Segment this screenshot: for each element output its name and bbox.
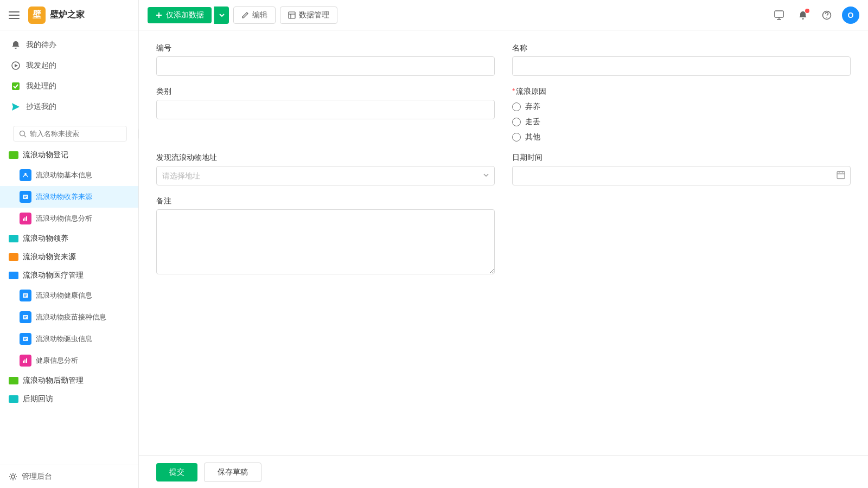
data-management-button[interactable]: 数据管理 — [280, 7, 337, 24]
help-button[interactable] — [818, 7, 835, 24]
section-stray-registration-header[interactable]: 流浪动物登记 — [0, 146, 138, 164]
health-analysis-icon — [20, 355, 31, 367]
chevron-down-icon — [219, 12, 225, 18]
form-group-notes: 备注 — [156, 196, 495, 274]
input-number[interactable] — [156, 56, 495, 76]
sidebar: 壁 壁炉之家 我的待办 我发起的 我处理的 抄送我的 — [0, 0, 139, 488]
section-stray-medical-label: 流浪动物医疗管理 — [23, 271, 84, 280]
search-bar — [13, 126, 127, 142]
monitor-icon-button[interactable] — [770, 7, 788, 24]
search-input[interactable] — [30, 130, 121, 138]
form-row-1: 编号 名称 — [156, 43, 851, 76]
svg-rect-16 — [23, 315, 28, 319]
sidebar-item-health-info[interactable]: 流浪动物健康信息 — [0, 285, 138, 306]
form-group-number: 编号 — [156, 43, 495, 76]
basic-info-icon — [20, 169, 31, 181]
label-category: 类别 — [156, 87, 495, 97]
add-data-button[interactable]: 仅添加数据 — [148, 7, 212, 23]
svg-rect-36 — [837, 172, 845, 179]
menu-toggle[interactable] — [9, 10, 20, 21]
radio-item-abandoned[interactable]: 弃养 — [512, 102, 851, 112]
sidebar-item-basic-info[interactable]: 流浪动物基本信息 — [0, 164, 138, 186]
nav-my-handled[interactable]: 我处理的 — [0, 76, 138, 97]
section-stray-follow-label: 流浪动物后勤管理 — [23, 376, 84, 386]
gear-icon — [9, 472, 17, 481]
section-stray-adoption-header[interactable]: 流浪动物领养 — [0, 229, 138, 248]
label-address: 发现流浪动物地址 — [156, 153, 495, 163]
notification-button[interactable] — [794, 7, 812, 24]
section-stray-registration: 流浪动物登记 流浪动物基本信息 流浪动物收养来源 流浪动物信息分析 — [0, 146, 138, 229]
vaccine-info-icon — [20, 311, 31, 323]
sidebar-item-health-analysis[interactable]: 健康信息分析 — [0, 350, 138, 371]
admin-label: 管理后台 — [22, 472, 52, 481]
svg-rect-11 — [24, 217, 25, 221]
form-group-name: 名称 — [512, 43, 851, 76]
nav-my-handled-label: 我处理的 — [26, 81, 56, 91]
table-icon — [288, 11, 296, 19]
svg-marker-1 — [15, 64, 18, 67]
select-address[interactable]: 请选择地址 — [156, 166, 495, 185]
analysis-icon — [20, 213, 31, 224]
bell-icon — [11, 40, 21, 50]
bottom-bar: 提交 保存草稿 — [139, 455, 868, 488]
radio-group-reason: 弃养 走丢 其他 — [512, 100, 851, 142]
sidebar-header: 壁 壁炉之家 — [0, 0, 138, 30]
label-datetime: 日期时间 — [512, 153, 851, 163]
sidebar-item-deworming-info[interactable]: 流浪动物驱虫信息 — [0, 328, 138, 350]
nav-my-copied[interactable]: 抄送我的 — [0, 97, 138, 117]
label-name: 名称 — [512, 43, 851, 53]
user-avatar[interactable]: O — [842, 7, 859, 24]
svg-rect-28 — [289, 12, 295, 18]
svg-rect-13 — [23, 293, 28, 298]
svg-rect-2 — [12, 82, 20, 90]
sidebar-item-analysis[interactable]: 流浪动物信息分析 — [0, 208, 138, 229]
save-draft-button[interactable]: 保存草稿 — [204, 463, 261, 482]
submit-button[interactable]: 提交 — [156, 463, 197, 481]
sidebar-item-vaccine-info[interactable]: 流浪动物疫苗接种信息 — [0, 306, 138, 328]
section-stray-adoption-label: 流浪动物领养 — [23, 234, 68, 243]
calendar-icon[interactable] — [837, 171, 845, 181]
section-stray-medical: 流浪动物医疗管理 流浪动物健康信息 流浪动物疫苗接种信息 流浪动物驱虫信息 健康… — [0, 266, 138, 371]
section-stray-medical-header[interactable]: 流浪动物医疗管理 — [0, 266, 138, 285]
section-stray-follow-header[interactable]: 流浪动物后勤管理 — [0, 371, 138, 390]
svg-rect-12 — [26, 216, 27, 221]
section-stray-resources-label: 流浪动物资来源 — [23, 252, 76, 262]
input-name[interactable] — [512, 56, 851, 76]
input-category[interactable] — [156, 100, 495, 119]
admin-footer[interactable]: 管理后台 — [0, 465, 138, 488]
input-datetime[interactable] — [512, 166, 851, 185]
radio-lost[interactable] — [512, 118, 521, 126]
help-icon — [822, 10, 832, 20]
radio-item-lost[interactable]: 走丢 — [512, 117, 851, 127]
nav-my-started[interactable]: 我发起的 — [0, 55, 138, 76]
radio-other[interactable] — [512, 133, 521, 142]
section-stray-registration-label: 流浪动物登记 — [23, 150, 68, 160]
radio-abandoned[interactable] — [512, 102, 521, 111]
radio-item-other[interactable]: 其他 — [512, 132, 851, 142]
plus-icon — [155, 11, 163, 19]
form-row-3: 发现流浪动物地址 请选择地址 日期时间 — [156, 153, 851, 185]
svg-rect-7 — [23, 195, 28, 199]
search-icon — [19, 130, 27, 138]
section-stray-resources-header[interactable]: 流浪动物资来源 — [0, 248, 138, 266]
label-notes: 备注 — [156, 196, 495, 206]
sidebar-item-source[interactable]: 流浪动物收养来源 — [0, 186, 138, 208]
edit-icon — [241, 11, 249, 19]
edit-button[interactable]: 编辑 — [233, 7, 276, 24]
radio-abandoned-label: 弃养 — [525, 102, 540, 112]
topbar: 仅添加数据 编辑 数据管理 — [139, 0, 868, 30]
play-icon — [11, 61, 21, 70]
section-follow-up-header[interactable]: 后期回访 — [0, 390, 138, 408]
select-wrapper-address: 请选择地址 — [156, 166, 495, 185]
source-icon — [20, 191, 31, 203]
form-row-2: 类别 流浪原因 弃养 走丢 — [156, 87, 851, 142]
notification-dot — [805, 9, 809, 13]
nav-my-todo[interactable]: 我的待办 — [0, 35, 138, 55]
label-number: 编号 — [156, 43, 495, 53]
section-stray-follow: 流浪动物后勤管理 — [0, 371, 138, 390]
add-dropdown-button[interactable] — [214, 7, 229, 24]
check-icon — [11, 81, 21, 91]
textarea-notes[interactable] — [156, 209, 495, 274]
svg-point-6 — [24, 173, 27, 175]
form-group-datetime: 日期时间 — [512, 153, 851, 185]
